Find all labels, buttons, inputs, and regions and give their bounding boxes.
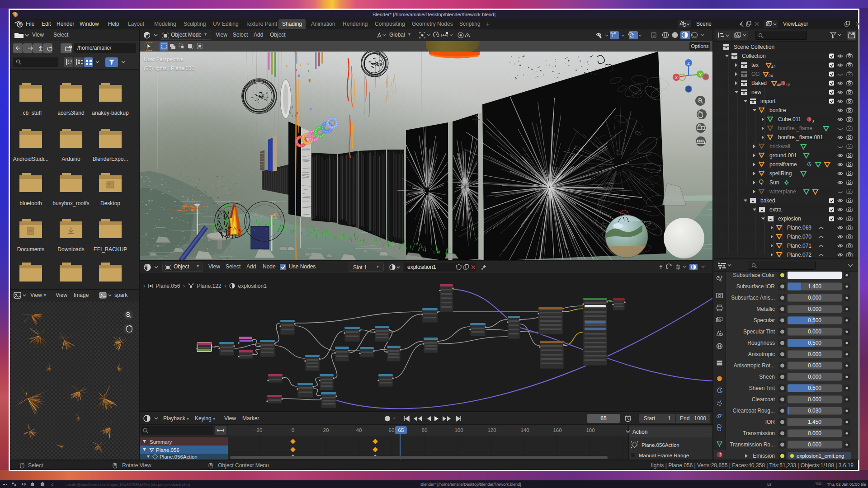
svg-text:Z: Z <box>687 61 690 66</box>
svg-text:portalframe: portalframe <box>769 161 797 168</box>
svg-text:Plane.056Action: Plane.056Action <box>642 442 679 448</box>
svg-text:60: 60 <box>389 427 395 433</box>
svg-text:Anisotropic: Anisotropic <box>748 351 775 357</box>
svg-text:Baked: Baked <box>751 80 767 86</box>
svg-text:Y: Y <box>699 72 702 77</box>
svg-text:1.400: 1.400 <box>808 283 821 290</box>
svg-text:Specular Tint: Specular Tint <box>743 328 775 335</box>
svg-text:Collection: Collection <box>742 53 766 59</box>
svg-text:Plane.069: Plane.069 <box>787 225 811 231</box>
svg-text:40: 40 <box>356 427 362 433</box>
svg-text:Manual Frame Range: Manual Frame Range <box>639 453 689 458</box>
svg-text:0.000: 0.000 <box>808 441 821 448</box>
svg-text:120: 120 <box>487 427 496 433</box>
svg-text:42: 42 <box>771 65 776 69</box>
svg-text:180: 180 <box>586 427 594 433</box>
svg-text:bonfire._flame: bonfire._flame <box>778 125 812 131</box>
svg-text:48: 48 <box>777 83 781 87</box>
svg-text:Plane.071: Plane.071 <box>787 243 811 249</box>
svg-text:3: 3 <box>812 119 814 123</box>
svg-text:IOR: IOR <box>765 419 775 425</box>
svg-text:Anisotropic Rot...: Anisotropic Rot... <box>734 362 775 369</box>
svg-text:0.030: 0.030 <box>808 408 821 414</box>
svg-text:Clearcoat Roug...: Clearcoat Roug... <box>733 408 775 414</box>
svg-text:Summary: Summary <box>150 439 172 445</box>
svg-text:65: 65 <box>398 427 404 433</box>
svg-text:160: 160 <box>553 427 561 433</box>
svg-text:brickwall: brickwall <box>769 143 790 150</box>
svg-text:new: new <box>751 89 761 95</box>
svg-text:Sheen: Sheen <box>759 374 775 380</box>
svg-text:80: 80 <box>422 427 428 433</box>
svg-text:0.000: 0.000 <box>808 362 821 369</box>
svg-text:20: 20 <box>323 427 329 433</box>
svg-text:Cube.011: Cube.011 <box>778 116 801 122</box>
svg-text:0.000: 0.000 <box>808 328 821 335</box>
svg-text:Roughness: Roughness <box>747 340 775 346</box>
svg-text:OG: OG <box>751 71 760 77</box>
svg-text:0.500: 0.500 <box>808 385 821 391</box>
svg-text:Subsurface Anis...: Subsurface Anis... <box>731 295 775 301</box>
svg-text:Transmission Ro...: Transmission Ro... <box>730 441 775 448</box>
svg-text:extra: extra <box>769 206 782 213</box>
svg-text:Sheen Tint: Sheen Tint <box>749 385 775 391</box>
svg-text:Scene Collection: Scene Collection <box>734 44 774 50</box>
svg-text:-20: -20 <box>255 427 263 433</box>
svg-text:spellRing: spellRing <box>769 170 792 177</box>
svg-text:bonfire._flame.001: bonfire._flame.001 <box>778 134 823 141</box>
svg-text:24: 24 <box>768 74 773 78</box>
svg-text:X: X <box>675 75 678 80</box>
svg-text:Clearcoat: Clearcoat <box>752 396 775 403</box>
svg-text:Transmission: Transmission <box>743 430 775 436</box>
svg-text:Subsurface Color: Subsurface Color <box>733 272 775 278</box>
svg-text:tex: tex <box>751 62 759 68</box>
svg-text:Metallic: Metallic <box>756 306 775 312</box>
svg-text:1.450: 1.450 <box>808 419 821 425</box>
svg-text:140: 140 <box>520 427 529 433</box>
svg-text:bonfire: bonfire <box>769 107 786 113</box>
svg-text:explosion: explosion <box>778 216 801 222</box>
svg-text:0.500: 0.500 <box>808 340 821 346</box>
svg-text:0.000: 0.000 <box>808 295 821 301</box>
svg-text:....: .... <box>704 430 708 434</box>
svg-text:Sun: Sun <box>769 179 779 186</box>
svg-text:import: import <box>760 98 776 104</box>
svg-text:0.000: 0.000 <box>808 430 821 436</box>
svg-text:0.000: 0.000 <box>808 351 821 357</box>
svg-text:100: 100 <box>454 427 463 433</box>
svg-text:Emission: Emission <box>753 453 775 459</box>
svg-text:0.000: 0.000 <box>808 374 821 380</box>
svg-text:Plane.070: Plane.070 <box>787 234 811 240</box>
svg-text:baked: baked <box>760 197 775 204</box>
svg-text:waterplane: waterplane <box>769 188 796 195</box>
svg-text:0: 0 <box>292 427 294 433</box>
svg-text:Action: Action <box>632 429 647 435</box>
svg-text:Plane.056: Plane.056 <box>156 447 179 453</box>
svg-text:12: 12 <box>786 83 790 87</box>
svg-text:0.000: 0.000 <box>808 306 821 312</box>
svg-text:ground.001: ground.001 <box>769 152 797 159</box>
svg-text:0.000: 0.000 <box>808 396 821 403</box>
svg-text:Plane.072: Plane.072 <box>787 252 811 258</box>
svg-text:0.500: 0.500 <box>808 317 821 324</box>
svg-text:Plane.056Action: Plane.056Action <box>160 454 198 460</box>
svg-text:explosion1_emit.png: explosion1_emit.png <box>797 453 844 459</box>
svg-text:Subsurface IOR: Subsurface IOR <box>736 283 775 290</box>
svg-text:Specular: Specular <box>754 317 775 324</box>
